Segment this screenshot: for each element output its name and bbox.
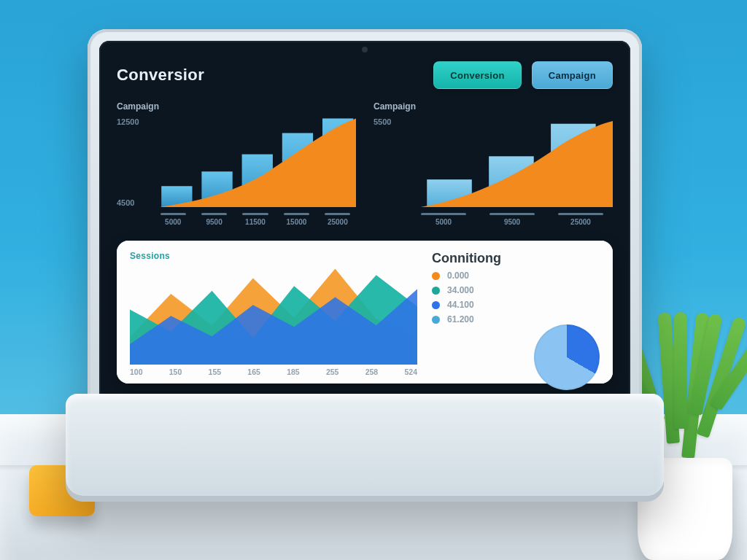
x-tick: 255 <box>326 368 339 376</box>
x-tick: 11500 <box>237 218 274 226</box>
webcam-icon <box>362 47 368 52</box>
x-tick: 25000 <box>320 218 356 226</box>
laptop-base <box>66 394 664 496</box>
legend-dot-icon <box>432 272 440 280</box>
legend-item: 44.100 <box>432 300 600 310</box>
panel-left-x-ticks: 5000 9500 11500 15000 25000 <box>155 213 356 229</box>
legend-label: 44.100 <box>447 300 474 310</box>
sessions-card: Sessions 100 150 <box>117 241 613 384</box>
right-title: Connitiong <box>432 251 600 266</box>
panel-left-label: Campaign <box>117 101 356 112</box>
panel-right-y-ticks: 5500 <box>374 117 407 207</box>
pie-icon <box>534 324 600 390</box>
laptop: Conversior Conversion Campaign Campaign … <box>66 29 664 496</box>
panel-campaign-left: Campaign 12500 4500 <box>117 101 356 232</box>
app-title: Conversior <box>117 66 204 85</box>
x-tick: 100 <box>130 368 143 376</box>
y-tick: 4500 <box>117 198 150 207</box>
sessions-x-ticks: 100 150 155 165 185 255 258 524 <box>130 368 417 376</box>
pie-chart <box>534 324 600 390</box>
panel-left-y-ticks: 12500 4500 <box>117 117 150 207</box>
x-tick: 9500 <box>196 218 232 226</box>
legend-item: 61.200 <box>432 314 600 324</box>
legend-item: 34.000 <box>432 285 600 295</box>
summary-panels: Campaign 12500 4500 <box>117 101 613 232</box>
legend-label: 0.000 <box>447 271 469 281</box>
panel-right-label: Campaign <box>374 101 613 112</box>
legend: 0.000 34.000 44.100 <box>432 271 600 324</box>
legend-label: 61.200 <box>447 314 474 324</box>
panel-campaign-right: Campaign 5500 <box>374 101 613 232</box>
x-tick: 155 <box>209 368 222 376</box>
scene-background: Conversior Conversion Campaign Campaign … <box>0 0 747 560</box>
panel-left-plot <box>155 114 356 207</box>
tab-campaign[interactable]: Campaign <box>532 61 613 89</box>
top-bar: Conversior Conversion Campaign <box>117 58 613 93</box>
x-tick: 9500 <box>480 218 544 226</box>
x-tick: 15000 <box>278 218 314 226</box>
x-tick: 524 <box>404 368 417 376</box>
dashboard-screen: Conversior Conversion Campaign Campaign … <box>117 58 613 384</box>
legend-dot-icon <box>432 316 440 324</box>
sessions-plot <box>130 262 417 365</box>
y-tick: 5500 <box>374 117 407 126</box>
x-tick: 258 <box>365 368 379 376</box>
legend-dot-icon <box>432 287 440 295</box>
x-tick: 25000 <box>549 218 613 226</box>
sessions-left: Sessions 100 150 <box>130 251 417 376</box>
y-tick: 12500 <box>117 117 150 126</box>
x-tick: 165 <box>247 368 260 376</box>
sessions-right: Connitiong 0.000 34.000 <box>432 251 600 376</box>
x-tick: 150 <box>169 368 182 376</box>
panel-right-plot <box>411 114 613 207</box>
legend-item: 0.000 <box>432 271 600 281</box>
x-tick: 5000 <box>155 218 191 226</box>
x-tick: 185 <box>287 368 300 376</box>
legend-label: 34.000 <box>447 285 474 295</box>
legend-dot-icon <box>432 301 440 309</box>
x-tick: 5000 <box>411 218 476 226</box>
sessions-title: Sessions <box>130 251 417 261</box>
tab-conversion[interactable]: Conversion <box>433 61 522 89</box>
panel-right-x-ticks: 5000 9500 25000 <box>411 213 613 229</box>
